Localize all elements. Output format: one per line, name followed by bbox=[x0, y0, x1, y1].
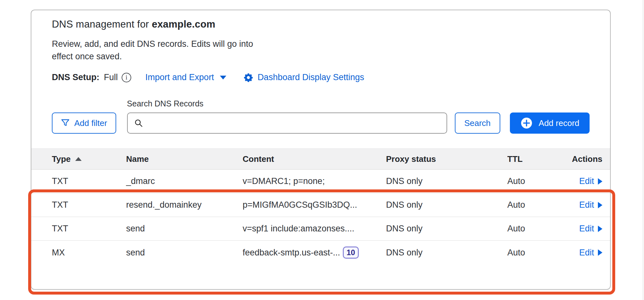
domain-name: example.com bbox=[152, 19, 215, 30]
cell-proxy-status: DNS only bbox=[386, 176, 507, 186]
dns-setup-row: DNS Setup: Full Import and Export Dashbo… bbox=[52, 72, 590, 82]
table-row: TXT send v=spf1 include:amazonses.... DN… bbox=[31, 217, 610, 241]
cell-name: send bbox=[126, 224, 243, 234]
add-record-button[interactable]: Add record bbox=[510, 113, 590, 134]
cell-name: send bbox=[126, 248, 243, 258]
dns-setup-value: Full bbox=[104, 72, 118, 82]
column-header-ttl: TTL bbox=[507, 154, 567, 164]
cell-ttl: Auto bbox=[507, 200, 567, 210]
cell-ttl: Auto bbox=[507, 248, 567, 258]
table-row: TXT _dmarc v=DMARC1; p=none; DNS only Au… bbox=[31, 170, 610, 193]
cell-proxy-status: DNS only bbox=[386, 224, 507, 234]
filter-icon bbox=[61, 119, 70, 128]
cell-type: TXT bbox=[52, 176, 126, 186]
search-input[interactable] bbox=[127, 113, 447, 134]
column-header-actions: Actions bbox=[572, 154, 602, 164]
cell-content: v=DMARC1; p=none; bbox=[243, 176, 386, 186]
dashboard-display-settings-label: Dashboard Display Settings bbox=[258, 72, 364, 82]
plus-icon bbox=[520, 117, 533, 129]
cell-ttl: Auto bbox=[507, 176, 567, 186]
dns-records-table: Type Name Content Proxy status TTL Actio… bbox=[31, 148, 610, 264]
column-header-type[interactable]: Type bbox=[52, 154, 126, 164]
cell-ttl: Auto bbox=[507, 224, 567, 234]
cell-content: feedback-smtp.us-east-...10 bbox=[243, 246, 386, 259]
chevron-right-icon bbox=[598, 178, 602, 185]
import-export-label: Import and Export bbox=[145, 72, 214, 82]
info-icon[interactable] bbox=[122, 73, 131, 82]
add-filter-button[interactable]: Add filter bbox=[52, 113, 116, 134]
column-header-content: Content bbox=[243, 154, 386, 164]
table-row: MX send feedback-smtp.us-east-...10 DNS … bbox=[31, 241, 610, 264]
edit-label: Edit bbox=[579, 248, 594, 258]
edit-record-button[interactable]: Edit bbox=[579, 176, 602, 186]
edit-record-button[interactable]: Edit bbox=[579, 200, 602, 210]
page-title-prefix: DNS management for bbox=[52, 19, 152, 30]
search-icon bbox=[134, 119, 143, 128]
dashboard-display-settings-link[interactable]: Dashboard Display Settings bbox=[244, 72, 364, 82]
cell-type: MX bbox=[52, 248, 126, 258]
sort-ascending-icon bbox=[75, 157, 82, 161]
page-title: DNS management for example.com bbox=[52, 19, 590, 30]
edit-record-button[interactable]: Edit bbox=[579, 248, 602, 258]
chevron-right-icon bbox=[598, 249, 602, 256]
cell-name: _dmarc bbox=[126, 176, 243, 186]
cell-proxy-status: DNS only bbox=[386, 248, 507, 258]
add-record-label: Add record bbox=[539, 118, 579, 128]
edit-label: Edit bbox=[579, 224, 594, 234]
import-export-link[interactable]: Import and Export bbox=[145, 72, 226, 82]
edit-label: Edit bbox=[579, 200, 594, 210]
add-filter-label: Add filter bbox=[74, 118, 107, 128]
edit-label: Edit bbox=[579, 176, 594, 186]
chevron-right-icon bbox=[598, 226, 602, 232]
cell-content: v=spf1 include:amazonses.... bbox=[243, 224, 386, 234]
page-edge-divider bbox=[643, 0, 643, 300]
cell-type: TXT bbox=[52, 224, 126, 234]
column-header-proxy-status: Proxy status bbox=[386, 154, 507, 164]
cell-content-text: feedback-smtp.us-east-... bbox=[243, 248, 340, 258]
cell-name: resend._domainkey bbox=[126, 200, 243, 210]
cell-content: p=MIGfMA0GCSqGSIb3DQ... bbox=[243, 200, 386, 210]
dns-setup-label: DNS Setup: bbox=[52, 72, 100, 82]
chevron-down-icon bbox=[220, 76, 226, 79]
table-header-row: Type Name Content Proxy status TTL Actio… bbox=[31, 148, 610, 170]
search-label: Search DNS Records bbox=[127, 99, 447, 108]
search-group: Search DNS Records bbox=[127, 99, 447, 134]
table-row: TXT resend._domainkey p=MIGfMA0GCSqGSIb3… bbox=[31, 193, 610, 217]
column-header-type-label: Type bbox=[52, 154, 71, 164]
mx-priority-badge: 10 bbox=[343, 246, 359, 259]
search-button-label: Search bbox=[464, 118, 490, 128]
dns-management-card: DNS management for example.com Review, a… bbox=[31, 10, 611, 290]
search-button[interactable]: Search bbox=[455, 113, 500, 134]
gear-icon bbox=[244, 73, 253, 82]
chevron-right-icon bbox=[598, 202, 602, 208]
column-header-name: Name bbox=[126, 154, 243, 164]
edit-record-button[interactable]: Edit bbox=[579, 224, 602, 234]
records-toolbar: Add filter Search DNS Records Search Add… bbox=[52, 99, 590, 134]
cell-proxy-status: DNS only bbox=[386, 200, 507, 210]
page-subtitle: Review, add, and edit DNS records. Edits… bbox=[52, 38, 267, 63]
cell-type: TXT bbox=[52, 200, 126, 210]
